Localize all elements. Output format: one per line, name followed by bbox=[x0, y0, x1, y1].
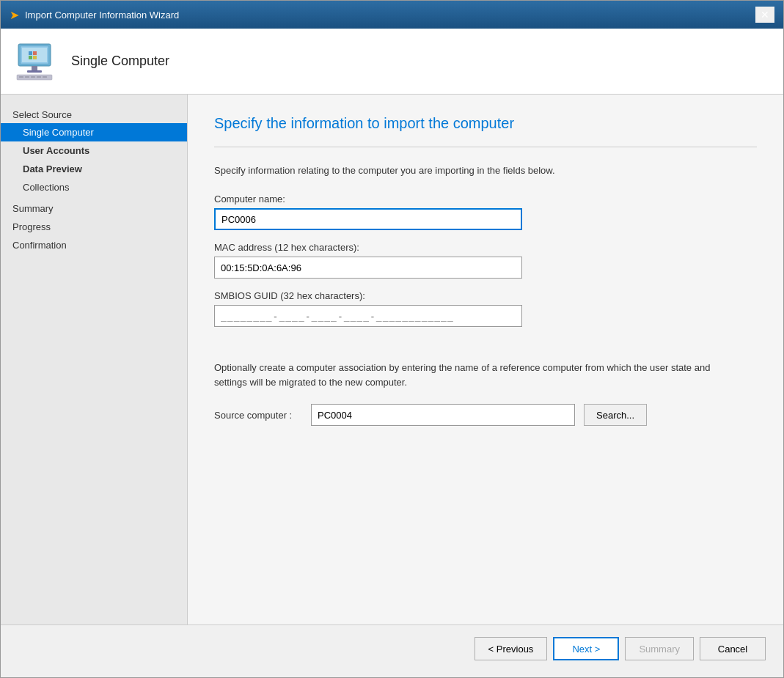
close-button[interactable]: ✕ bbox=[755, 7, 774, 23]
svg-rect-11 bbox=[29, 51, 32, 55]
header-title: Single Computer bbox=[71, 54, 169, 69]
optional-section: Optionally create a computer association… bbox=[214, 353, 757, 426]
sidebar-item-single-computer[interactable]: Single Computer bbox=[1, 123, 187, 141]
mac-address-input[interactable] bbox=[214, 257, 522, 279]
separator bbox=[214, 147, 757, 147]
main-heading: Specify the information to import the co… bbox=[214, 115, 757, 132]
title-bar-left: ➤ Import Computer Information Wizard bbox=[10, 8, 179, 22]
sidebar: Select Source Single Computer User Accou… bbox=[1, 95, 188, 624]
svg-rect-14 bbox=[33, 56, 37, 59]
svg-rect-4 bbox=[27, 70, 42, 73]
wizard-window: ➤ Import Computer Information Wizard ✕ bbox=[0, 0, 784, 678]
svg-rect-9 bbox=[37, 76, 41, 78]
svg-rect-10 bbox=[43, 76, 47, 78]
mac-address-label: MAC address (12 hex characters): bbox=[214, 242, 757, 253]
svg-rect-7 bbox=[25, 76, 29, 78]
window-title: Import Computer Information Wizard bbox=[25, 10, 179, 21]
next-button[interactable]: Next > bbox=[553, 637, 619, 660]
sidebar-item-data-preview[interactable]: Data Preview bbox=[1, 160, 187, 178]
search-button[interactable]: Search... bbox=[584, 404, 647, 426]
previous-button[interactable]: < Previous bbox=[475, 637, 548, 660]
computer-icon bbox=[15, 40, 59, 84]
svg-rect-3 bbox=[32, 66, 37, 70]
computer-name-input[interactable] bbox=[214, 208, 522, 230]
smbios-label: SMBIOS GUID (32 hex characters): bbox=[214, 290, 757, 301]
smbios-input[interactable] bbox=[214, 305, 522, 327]
svg-rect-12 bbox=[33, 51, 37, 55]
computer-name-label: Computer name: bbox=[214, 194, 757, 204]
sidebar-item-summary[interactable]: Summary bbox=[1, 199, 187, 218]
svg-rect-8 bbox=[31, 76, 35, 78]
smbios-group: SMBIOS GUID (32 hex characters): bbox=[214, 290, 757, 327]
optional-description: Optionally create a computer association… bbox=[214, 361, 713, 389]
main-content: Specify the information to import the co… bbox=[188, 95, 783, 624]
computer-name-group: Computer name: bbox=[214, 194, 757, 230]
source-computer-input[interactable] bbox=[311, 404, 575, 426]
sidebar-item-collections[interactable]: Collections bbox=[1, 178, 187, 196]
description-text: Specify information relating to the comp… bbox=[214, 165, 757, 176]
svg-rect-6 bbox=[19, 76, 23, 78]
select-source-label: Select Source bbox=[1, 106, 187, 123]
sidebar-item-progress[interactable]: Progress bbox=[1, 218, 187, 236]
source-computer-label: Source computer : bbox=[214, 410, 302, 421]
title-bar: ➤ Import Computer Information Wizard ✕ bbox=[1, 1, 783, 29]
cancel-button[interactable]: Cancel bbox=[700, 637, 766, 660]
svg-rect-13 bbox=[29, 56, 32, 59]
header-area: Single Computer bbox=[1, 29, 783, 95]
summary-button[interactable]: Summary bbox=[625, 637, 694, 660]
source-computer-row: Source computer : Search... bbox=[214, 404, 757, 426]
sidebar-item-confirmation[interactable]: Confirmation bbox=[1, 236, 187, 254]
sidebar-item-user-accounts[interactable]: User Accounts bbox=[1, 141, 187, 160]
wizard-icon: ➤ bbox=[10, 8, 19, 22]
footer-area: < Previous Next > Summary Cancel bbox=[1, 624, 783, 677]
mac-address-group: MAC address (12 hex characters): bbox=[214, 242, 757, 279]
content-area: Select Source Single Computer User Accou… bbox=[1, 95, 783, 624]
